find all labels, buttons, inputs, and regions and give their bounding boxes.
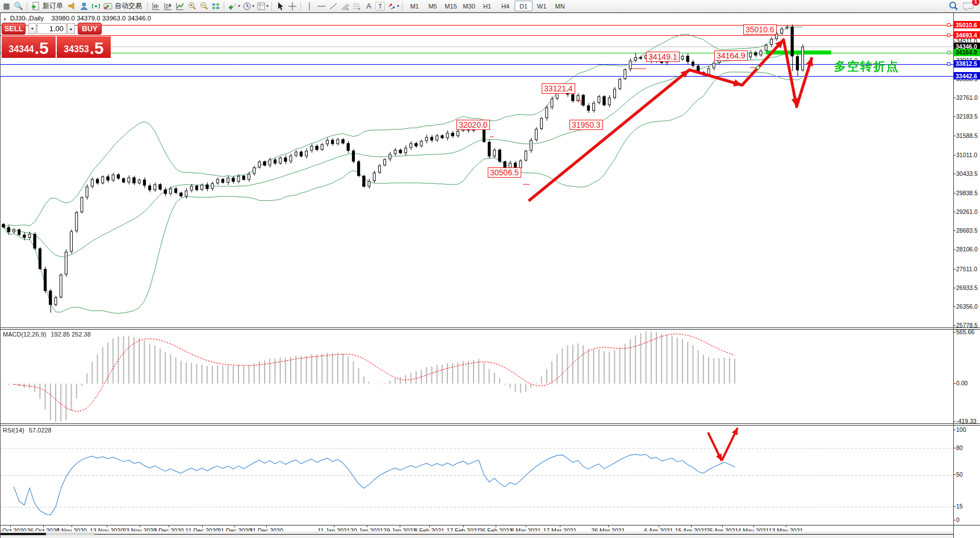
buy-button[interactable]: BUY	[78, 23, 102, 35]
auto-trading-icon[interactable]	[102, 1, 113, 11]
timeframe-button-M1[interactable]: M1	[405, 1, 424, 11]
price-tick-label: 28106.0	[956, 246, 978, 253]
timeframe-button-M30[interactable]: M30	[460, 1, 478, 11]
timeframe-button-H4[interactable]: H4	[496, 1, 514, 11]
price-tick-label: 32761.0	[956, 94, 978, 101]
price-tag-annotation: 31950.3	[569, 120, 603, 130]
cursor-icon[interactable]	[275, 1, 286, 11]
price-tick-label: 32183.5	[956, 113, 978, 120]
macd-label: MACD(12,26,9)	[3, 331, 46, 338]
macd-label-row: MACD(12,26,9) 192.85 252.38	[3, 331, 91, 338]
chevron-down-icon[interactable]: ▾	[397, 3, 399, 9]
chevron-down-icon[interactable]: ▾	[266, 3, 269, 9]
rsi-label-row: RSI(14) 57.0228	[3, 427, 52, 434]
sell-price-box[interactable]: 34344 .5	[2, 36, 56, 58]
toolbar-separator	[402, 2, 403, 11]
tile-windows-icon[interactable]	[210, 1, 221, 11]
price-tick-label: 26356.0	[956, 303, 978, 310]
notification-badge: 1	[972, 0, 979, 6]
shapes-icon[interactable]	[386, 1, 397, 11]
toolbar-right-group: 1	[948, 1, 979, 11]
rsi-value: 57.0228	[29, 427, 52, 434]
crosshair-icon[interactable]	[287, 1, 298, 11]
scrollbar-thumb[interactable]	[1, 533, 46, 535]
expert-advisor-icon[interactable]	[78, 1, 89, 11]
volume-input[interactable]	[37, 23, 66, 34]
search-icon[interactable]	[948, 1, 958, 11]
candlestick-chart-icon[interactable]	[162, 1, 173, 11]
timeframe-button-D1[interactable]: D1	[514, 1, 533, 11]
zoom-out-icon[interactable]	[198, 1, 209, 11]
bottom-scroll-strip	[1, 531, 980, 538]
vertical-line-tool-icon[interactable]	[304, 1, 315, 11]
one-click-trade-panel: SELL ▼ ▲ BUY 34344 .5 34353 .5	[2, 22, 112, 71]
price-tag-annotation: 33121.4	[542, 83, 575, 94]
rsi-tick-label: 50	[956, 471, 963, 478]
macd-panel-canvas[interactable]	[1, 330, 953, 423]
templates-icon[interactable]	[256, 1, 266, 11]
timeframe-button-H1[interactable]: H1	[478, 1, 496, 11]
chat-icon[interactable]: 1	[962, 1, 975, 11]
new-order-icon[interactable]	[30, 1, 41, 11]
sell-button[interactable]: SELL	[2, 23, 26, 35]
rsi-tick-label: 100	[956, 426, 966, 433]
panel-separator	[1, 12, 980, 13]
timeframe-button-W1[interactable]: W1	[533, 1, 551, 11]
timeframe-button-M15[interactable]: M15	[442, 1, 460, 11]
panel-separator	[1, 329, 980, 330]
collapse-icon[interactable]: ▸	[4, 16, 7, 22]
bar-chart-icon[interactable]	[150, 1, 161, 11]
chart-window: ▸ DJ30-,Daily 33980.0 34379.0 33963.0 34…	[0, 12, 980, 538]
toolbar-separator	[27, 2, 27, 11]
price-level-label: 35010.6	[954, 21, 980, 28]
timeframe-bar: M1M5M15M30H1H4D1W1MN	[405, 1, 569, 11]
main-toolbar: ▦ 🔍 新订单 自动交易	[0, 0, 980, 12]
periods-icon[interactable]	[241, 1, 252, 11]
new-order-label[interactable]: 新订单	[43, 1, 63, 11]
rsi-panel-canvas[interactable]	[1, 426, 953, 525]
window-icon[interactable]: ▦	[1, 1, 12, 11]
price-tick-label: 29261.0	[956, 208, 978, 215]
scrollbar-track[interactable]	[46, 533, 94, 535]
panel-separator[interactable]	[1, 423, 980, 424]
rsi-tick-label: 15	[956, 503, 963, 510]
volume-increase-button[interactable]: ▲	[67, 23, 75, 34]
chevron-down-icon[interactable]: ▾	[252, 3, 254, 9]
fibonacci-tool-icon[interactable]: F	[351, 1, 362, 11]
chart-ohlc-values: 33980.0 34379.0 33963.0 34346.0	[51, 15, 151, 22]
market-watch-icon[interactable]: 🔍	[13, 1, 24, 11]
price-axis[interactable]: 34511.033916.033338.532761.032183.531588…	[953, 12, 980, 538]
chevron-down-icon[interactable]: ▾	[238, 3, 240, 9]
zoom-in-icon[interactable]	[186, 1, 197, 11]
price-tag-annotation: 34149.1	[646, 52, 680, 62]
volume-decrease-button[interactable]: ▼	[28, 23, 36, 34]
timeframe-button-M5[interactable]: M5	[424, 1, 442, 11]
buy-price-box[interactable]: 34353 .5	[57, 36, 111, 58]
chart-symbol-period: DJ30-,Daily	[10, 15, 44, 22]
price-chart-canvas[interactable]	[1, 13, 953, 327]
panel-separator[interactable]	[1, 327, 980, 328]
timeframe-button-MN[interactable]: MN	[551, 1, 569, 11]
indicators-icon[interactable]	[227, 1, 238, 11]
svg-text:F: F	[358, 7, 361, 11]
price-tick-label: 28683.5	[956, 227, 978, 234]
auto-trading-label[interactable]: 自动交易	[115, 1, 142, 11]
price-tick-label: 27511.0	[956, 266, 977, 272]
text-tool-icon[interactable]: A	[363, 1, 374, 11]
price-tag-annotation: 30506.5	[488, 167, 521, 178]
price-tick-label: 31588.5	[956, 132, 978, 139]
horizontal-line-tool-icon[interactable]	[316, 1, 326, 11]
toolbar-separator	[224, 2, 224, 11]
svg-text:E: E	[346, 7, 349, 11]
price-tick-label: 30433.5	[956, 170, 978, 177]
label-tool-icon[interactable]: T	[375, 2, 385, 11]
macd-values: 192.85 252.38	[51, 331, 90, 338]
trendline-tool-icon[interactable]	[328, 1, 338, 11]
mt4-terminal: ▦ 🔍 新订单 自动交易	[0, 0, 980, 538]
channel-tool-icon[interactable]: E	[340, 1, 350, 11]
signals-icon[interactable]	[90, 1, 101, 11]
sound-icon[interactable]	[66, 1, 77, 11]
rsi-label: RSI(14)	[3, 427, 24, 434]
line-chart-icon[interactable]	[174, 1, 185, 11]
price-tag-annotation: 34164.9	[714, 51, 748, 61]
